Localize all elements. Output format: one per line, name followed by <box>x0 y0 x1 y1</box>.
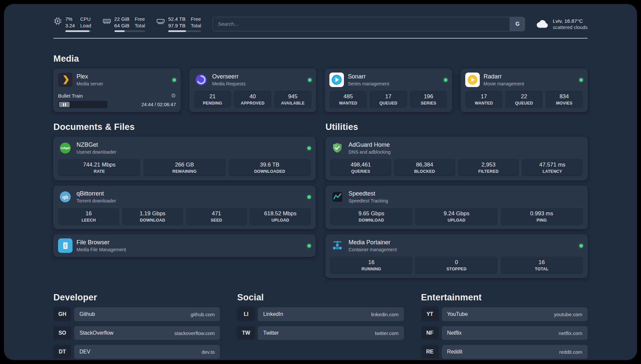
bookmark-stackoverflow[interactable]: SO StackOverflow stackoverflow.com <box>53 326 220 340</box>
stat-value: 744.21 Mbps <box>59 162 139 168</box>
bookmark-url: linkedin.com <box>371 312 398 317</box>
memory-free: 22 GiB <box>114 16 130 22</box>
stat-value: 9.24 Gbps <box>416 210 496 217</box>
card-speedtest[interactable]: Speedtest Speedtest Tracking 9.65 Gbps D… <box>325 186 588 229</box>
radarr-icon <box>465 73 480 87</box>
playback-progress-bar[interactable] <box>58 101 107 108</box>
card-filebrowser[interactable]: File Browser Media File Management <box>53 234 316 257</box>
stat-label: BLOCKED <box>395 169 454 174</box>
disk-label-bottom: Total <box>191 22 201 29</box>
bookmark-abbr: RE <box>421 345 439 359</box>
stat-label: PENDING <box>195 101 230 106</box>
bookmark-linkedin[interactable]: LI LinkedIn linkedin.com <box>237 307 404 321</box>
bookmark-abbr: GH <box>53 307 71 321</box>
bookmark-dev[interactable]: DT DEV dev.to <box>53 345 220 359</box>
cpu-label-top: CPU <box>80 16 91 22</box>
stat-tile-upload: 9.24 Gbps UPLOAD <box>415 208 498 225</box>
stat-tile-filtered: 2,953 FILTERED <box>458 159 519 176</box>
cpu-load: 3.24 <box>65 22 75 29</box>
nzbget-icon: nzbget <box>58 141 73 155</box>
app-name: File Browser <box>76 239 126 246</box>
card-portainer[interactable]: Media Portainer Container management 16 … <box>325 234 588 278</box>
app-name: Plex <box>76 73 103 80</box>
stat-value: 618.52 Mbps <box>251 210 310 217</box>
stat-value: 39.6 TB <box>230 162 310 168</box>
cloud-icon <box>536 18 549 30</box>
stat-label: WANTED <box>331 101 366 106</box>
bookmark-reddit[interactable]: RE Reddit reddit.com <box>421 345 588 359</box>
card-sonarr[interactable]: Sonarr Series management 485 WANTED 17 Q… <box>325 69 452 112</box>
bookmark-youtube[interactable]: YT YouTube youtube.com <box>421 307 588 321</box>
card-qbittorrent[interactable]: qb qBittorrent Torrent downloader 16 <box>53 186 316 229</box>
card-radarr[interactable]: Radarr Movie management 17 WANTED 22 QUE… <box>461 69 588 112</box>
bookmark-url: github.com <box>191 312 215 317</box>
stat-value: 17 <box>467 93 502 100</box>
status-dot <box>444 78 447 82</box>
disk-free: 52.4 TB <box>168 16 185 22</box>
bookmark-abbr: TW <box>237 326 255 340</box>
app-desc: Media File Management <box>76 247 126 252</box>
stat-value: 471 <box>187 210 246 217</box>
app-name: AdGuard Home <box>349 141 391 148</box>
weather-location: Lviv, 16.87°C <box>553 18 588 24</box>
cpu-percent: 7% <box>65 16 75 22</box>
stat-tile-pending: 21 PENDING <box>194 91 231 108</box>
filebrowser-icon <box>58 238 73 253</box>
gear-icon[interactable]: ⚙ <box>171 93 176 99</box>
section-developer: Developer GH Github github.com SO StackO… <box>53 292 220 359</box>
stat-tile-stopped: 0 STOPPED <box>415 257 498 274</box>
card-adguard[interactable]: AdGuard Home DNS and adblocking 498,461 … <box>325 137 588 180</box>
stat-tile-series: 196 SERIES <box>410 91 447 108</box>
section-entertainment: Entertainment YT YouTube youtube.com NF … <box>421 292 588 359</box>
bookmark-name: DEV <box>79 349 90 355</box>
card-overseerr[interactable]: Overseerr Media Requests 21 PENDING 40 A… <box>189 69 317 112</box>
bookmark-twitter[interactable]: TW Twitter twitter.com <box>237 326 404 340</box>
dashboard-frame: 7% 3.24 CPU Load <box>4 4 637 360</box>
stat-label: DOWNLOAD <box>123 218 182 223</box>
stat-label: RATE <box>59 169 139 174</box>
search-engine-button[interactable]: G <box>510 17 525 31</box>
stat-value: 40 <box>235 93 270 100</box>
stat-tile-queued: 17 QUEUED <box>370 91 407 108</box>
stat-label: LEECH <box>59 218 118 223</box>
plex-icon <box>58 73 73 87</box>
app-name: Media Portainer <box>349 239 397 246</box>
stat-label: AVAILABLE <box>275 101 310 106</box>
status-dot <box>308 78 312 82</box>
section-utilities: Utilities AdGuard Home DNS and adblockin… <box>325 122 588 278</box>
media-section-title: Media <box>53 54 588 64</box>
status-dot <box>307 244 311 248</box>
stat-tile-download: 9.65 Gbps DOWNLOAD <box>330 208 412 225</box>
app-desc: Series management <box>348 81 389 86</box>
stat-value: 485 <box>331 93 366 100</box>
stat-tile-blocked: 86,384 BLOCKED <box>394 159 455 176</box>
svg-text:qb: qb <box>62 195 68 200</box>
card-plex[interactable]: Plex Media server Bullet Train ⚙ <box>53 69 181 112</box>
stat-tile-downloaded: 39.6 TB DOWNLOADED <box>229 159 311 176</box>
bookmark-netflix[interactable]: NF Netflix netflix.com <box>421 326 588 340</box>
disk-widget: 52.4 TB 97.9 TB Free Total <box>156 16 201 32</box>
stat-value: 266 GB <box>144 162 224 168</box>
disk-total: 97.9 TB <box>168 22 185 29</box>
disk-icon <box>156 16 165 27</box>
stat-value: 47.571 ms <box>523 162 582 168</box>
stat-label: REMAINING <box>144 169 224 174</box>
stat-tile-approved: 40 APPROVED <box>234 91 271 108</box>
status-dot <box>579 78 583 82</box>
stat-label: SEED <box>187 218 246 223</box>
bookmark-github[interactable]: GH Github github.com <box>53 307 220 321</box>
app-desc: Container management <box>349 247 397 252</box>
bookmark-url: twitter.com <box>375 330 399 336</box>
pause-icon[interactable] <box>59 102 70 107</box>
memory-label-top: Free <box>135 16 145 22</box>
social-section-title: Social <box>237 292 404 303</box>
card-nzbget[interactable]: nzbget NZBGet Usenet downloader 744.21 M… <box>53 137 316 180</box>
bookmark-name: Github <box>79 311 95 317</box>
search-input[interactable] <box>212 17 525 31</box>
stat-tile-wanted: 485 WANTED <box>329 91 367 108</box>
disk-label-top: Free <box>191 16 201 22</box>
app-name: Radarr <box>484 73 524 80</box>
weather-condition: scattered clouds <box>553 25 588 30</box>
stat-value: 945 <box>275 93 310 100</box>
memory-widget: 22 GiB 64 GiB Free Total <box>103 16 145 32</box>
